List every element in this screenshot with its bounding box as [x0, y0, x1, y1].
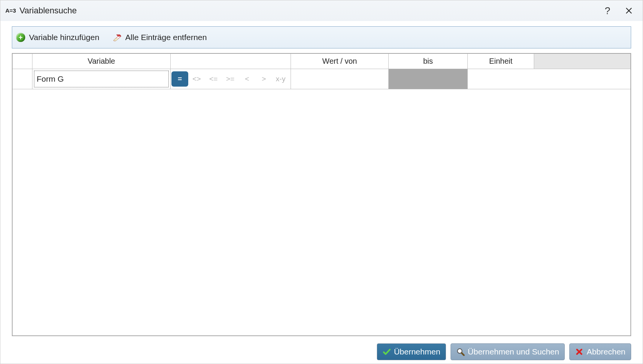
grid-header-handle	[13, 54, 32, 69]
svg-marker-4	[116, 35, 121, 36]
cancel-icon	[575, 348, 583, 356]
grid-header-operator[interactable]	[171, 54, 291, 69]
app-icon: A=3	[5, 6, 17, 15]
apply-and-search-button[interactable]: Übernehmen und Suchen	[451, 343, 565, 360]
operator-gte-button[interactable]: >=	[222, 71, 239, 87]
add-variable-label: Variable hinzufügen	[29, 33, 99, 42]
titlebar: A=3 Variablensuche ?	[0, 0, 643, 21]
apply-button[interactable]: Übernehmen	[377, 343, 446, 360]
svg-line-7	[462, 353, 464, 355]
toolbar: + Variable hinzufügen Alle Einträge entf…	[12, 26, 631, 48]
cancel-button[interactable]: Abbrechen	[569, 343, 631, 360]
operator-cell: = <> <= >= < > x-y	[171, 69, 291, 89]
window-title: Variablensuche	[19, 6, 77, 16]
apply-label: Übernehmen	[394, 347, 440, 356]
cancel-label: Abbrechen	[586, 347, 625, 356]
content-area: + Variable hinzufügen Alle Einträge entf…	[0, 21, 643, 340]
clear-all-button[interactable]: Alle Einträge entfernen	[111, 27, 207, 48]
variable-input[interactable]: Form G	[34, 71, 169, 87]
grid-header-einheit[interactable]: Einheit	[468, 54, 534, 69]
close-window-button[interactable]	[618, 3, 640, 18]
grid-header-row: Variable Wert / von bis Einheit	[13, 54, 630, 69]
grid-header-scroll-gutter	[534, 54, 630, 69]
help-icon: ?	[605, 5, 610, 17]
grid-row: Form G = <> <= >= < > x-y	[13, 69, 630, 89]
operator-range-button[interactable]: x-y	[272, 71, 289, 87]
variable-value: Form G	[37, 74, 64, 84]
plus-icon: +	[16, 33, 25, 42]
check-icon	[383, 348, 391, 356]
einheit-cell[interactable]	[468, 69, 534, 89]
search-icon	[456, 348, 465, 356]
grid-body: Form G = <> <= >= < > x-y	[13, 69, 630, 335]
grid-header-variable[interactable]: Variable	[32, 54, 171, 69]
variables-grid: Variable Wert / von bis Einheit Form G	[12, 53, 631, 336]
grid-header-wert[interactable]: Wert / von	[291, 54, 389, 69]
row-handle[interactable]	[13, 69, 32, 89]
clear-all-label: Alle Einträge entfernen	[125, 33, 207, 42]
close-icon	[625, 7, 632, 14]
eraser-icon	[111, 33, 121, 42]
operator-notequals-button[interactable]: <>	[188, 71, 205, 87]
variable-search-dialog: A=3 Variablensuche ? + Variable hinzufüg…	[0, 0, 643, 364]
operator-gt-button[interactable]: >	[255, 71, 272, 87]
operator-equals-button[interactable]: =	[171, 71, 188, 87]
operator-lte-button[interactable]: <=	[205, 71, 222, 87]
variable-cell[interactable]: Form G	[32, 69, 171, 89]
add-variable-button[interactable]: + Variable hinzufügen	[16, 27, 99, 48]
bis-cell	[389, 69, 468, 89]
svg-text:A=3: A=3	[5, 7, 16, 14]
wert-cell[interactable]	[291, 69, 389, 89]
grid-header-bis[interactable]: bis	[389, 54, 468, 69]
apply-and-search-label: Übernehmen und Suchen	[468, 347, 559, 356]
operator-lt-button[interactable]: <	[239, 71, 255, 87]
help-button[interactable]: ?	[597, 3, 618, 18]
dialog-footer: Übernehmen Übernehmen und Suchen Abbrech…	[0, 340, 643, 364]
